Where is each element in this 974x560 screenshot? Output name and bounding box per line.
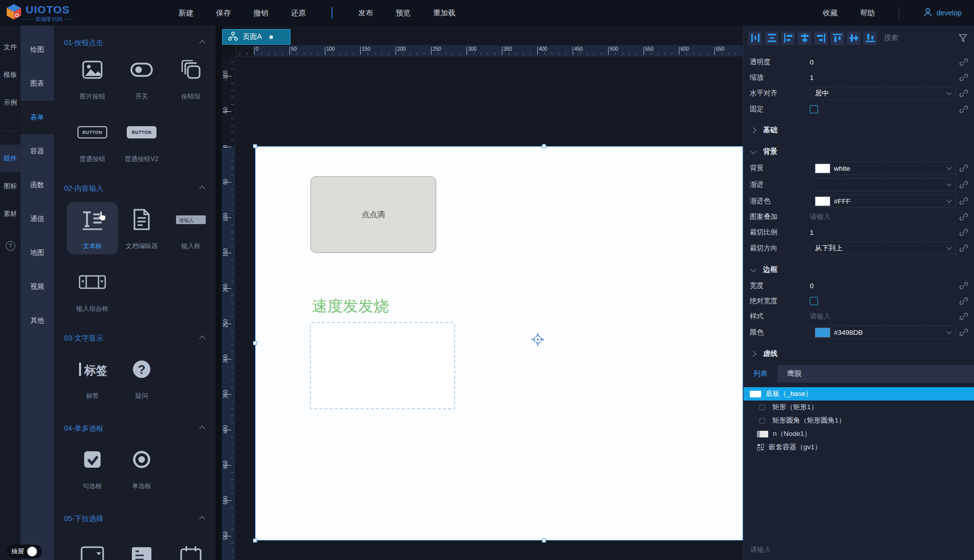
menu-item-重加载[interactable]: 重加载 <box>433 8 456 18</box>
menu-item-撤销[interactable]: 撤销 <box>254 8 268 18</box>
page-tab[interactable]: 页面A <box>222 29 290 45</box>
layer-row[interactable]: 嵌套容器（gv1） <box>744 441 974 454</box>
selection-handle[interactable] <box>253 341 257 345</box>
component-开关[interactable]: 开关 <box>116 52 167 105</box>
category-item-容器[interactable]: 容器 <box>21 134 54 168</box>
align-middle-icon[interactable] <box>847 31 861 45</box>
property-select[interactable] <box>810 178 956 191</box>
layer-row[interactable]: 矩形圆角（矩形圆角1） <box>744 414 974 427</box>
section-header-02-内容输入[interactable]: 02-内容输入 <box>54 184 216 194</box>
property-section-背景[interactable]: 背景 <box>744 144 974 160</box>
component-普通按钮[interactable]: BUTTON普通按钮 <box>67 115 118 167</box>
align-right-icon[interactable] <box>814 31 828 45</box>
layer-row[interactable]: 底板（_base） <box>744 387 974 401</box>
link-icon[interactable] <box>959 312 968 321</box>
link-icon[interactable] <box>959 105 968 114</box>
tab-列表[interactable]: 列表 <box>744 365 777 383</box>
component-calendar-icon[interactable] <box>165 537 216 560</box>
nav-rail-item-组件[interactable]: 组件 <box>0 145 21 172</box>
property-section-虚线[interactable]: 虚线 <box>744 346 974 362</box>
property-value[interactable]: 1 <box>810 229 814 236</box>
link-icon[interactable] <box>959 244 968 253</box>
link-icon[interactable] <box>959 89 968 98</box>
component-select-icon[interactable] <box>67 537 118 560</box>
property-checkbox[interactable] <box>810 297 818 305</box>
property-select[interactable]: 从下到上 <box>810 242 956 255</box>
distribute-vertical-icon[interactable] <box>765 31 778 45</box>
category-item-图表[interactable]: 图表 <box>21 67 54 101</box>
component-输入框[interactable]: 请输入输入框 <box>165 202 216 254</box>
property-section-基础[interactable]: 基础 <box>744 122 974 138</box>
nav-rail-item-模板[interactable]: 模板 <box>0 61 21 89</box>
tree-filter-input[interactable]: 请输入 <box>750 545 771 554</box>
selection-handle[interactable] <box>253 144 257 148</box>
component-图片按钮[interactable]: 图片按钮 <box>67 52 118 105</box>
property-select[interactable]: #3498DB <box>810 326 956 339</box>
menu-item-帮助[interactable]: 帮助 <box>860 8 875 18</box>
align-bottom-icon[interactable] <box>863 31 877 45</box>
category-item-表单[interactable]: 表单 <box>21 101 54 134</box>
category-item-绘图[interactable]: 绘图 <box>21 33 54 67</box>
search-input[interactable]: 搜索 <box>884 33 898 43</box>
menu-item-新建[interactable]: 新建 <box>179 8 193 18</box>
tab-鹰眼[interactable]: 鹰眼 <box>777 365 811 383</box>
layer-row[interactable]: 矩形（矩形1） <box>744 401 974 414</box>
link-icon[interactable] <box>959 196 968 206</box>
menu-item-还原[interactable]: 还原 <box>291 8 306 18</box>
menu-item-发布[interactable]: 发布 <box>358 8 373 18</box>
component-单选框[interactable]: 单选框 <box>116 442 167 494</box>
app-logo[interactable]: UIOTOS 前端零代码 <box>0 4 154 22</box>
align-top-icon[interactable] <box>830 31 844 45</box>
link-icon[interactable] <box>959 57 968 67</box>
link-icon[interactable] <box>959 228 968 237</box>
distribute-horizontal-icon[interactable] <box>748 31 762 45</box>
menu-item-收藏[interactable]: 收藏 <box>823 8 837 18</box>
property-input[interactable]: 请输入 <box>810 212 831 222</box>
category-item-地图[interactable]: 地图 <box>21 236 54 270</box>
menu-item-保存[interactable]: 保存 <box>216 8 231 18</box>
property-select[interactable]: #FFF <box>810 194 956 208</box>
component-文本框[interactable]: 文本框 <box>67 202 118 254</box>
nav-rail-item-示例[interactable]: 示例 <box>0 89 21 116</box>
component-输入组合框[interactable]: 输入组合框 <box>67 265 118 317</box>
component-标签[interactable]: 标签标签 <box>67 352 118 404</box>
filter-icon[interactable] <box>958 33 968 43</box>
property-section-边框[interactable]: 边框 <box>744 262 974 278</box>
menu-item-预览[interactable]: 预览 <box>396 8 411 18</box>
link-icon[interactable] <box>959 281 968 290</box>
link-icon[interactable] <box>959 73 968 82</box>
property-value[interactable]: 0 <box>810 282 814 290</box>
section-header-01-按钮点击[interactable]: 01-按钮点击 <box>54 38 216 48</box>
link-icon[interactable] <box>959 164 968 173</box>
link-icon[interactable] <box>959 328 968 337</box>
link-icon[interactable] <box>959 180 968 189</box>
nav-rail-item-素材[interactable]: 素材 <box>0 200 21 228</box>
link-icon[interactable] <box>959 212 968 222</box>
nav-rail-item-文件[interactable]: 文件 <box>0 33 21 61</box>
property-value[interactable]: 1 <box>810 74 814 82</box>
layer-row[interactable]: n（Node1） <box>744 427 974 441</box>
category-item-函数[interactable]: 函数 <box>21 168 54 202</box>
property-select[interactable]: white <box>810 162 956 175</box>
align-center-icon[interactable] <box>797 31 811 45</box>
nav-rail-item-图标[interactable]: 图标 <box>0 172 21 200</box>
property-value[interactable]: 0 <box>810 58 814 66</box>
canvas-heading-widget[interactable]: 速度发发烧 <box>312 297 389 315</box>
selection-handle[interactable] <box>253 538 257 543</box>
property-select[interactable]: 居中 <box>810 87 956 100</box>
selection-handle[interactable] <box>542 144 546 148</box>
component-普通按钮V2[interactable]: BUTTON普通按钮V2 <box>116 115 167 167</box>
canvas-textbox-widget[interactable] <box>310 322 455 409</box>
panel-scrollbar[interactable] <box>216 26 222 560</box>
section-header-03-文字显示[interactable]: 03-文字显示 <box>54 333 216 344</box>
drawer-knob[interactable] <box>27 547 37 556</box>
user-account[interactable]: develop <box>923 7 962 19</box>
help-icon[interactable]: ? <box>6 241 15 251</box>
canvas-button-widget[interactable]: 点点滴 <box>310 176 436 253</box>
component-list-icon[interactable] <box>116 537 167 560</box>
page-canvas[interactable]: 点点滴 速度发发烧 <box>255 146 743 541</box>
drawer-toggle[interactable]: 抽屉 <box>7 545 42 558</box>
component-疑问[interactable]: ?疑问 <box>116 352 167 404</box>
component-按钮组[interactable]: 按钮组 <box>165 52 216 105</box>
selection-handle[interactable] <box>542 538 546 543</box>
